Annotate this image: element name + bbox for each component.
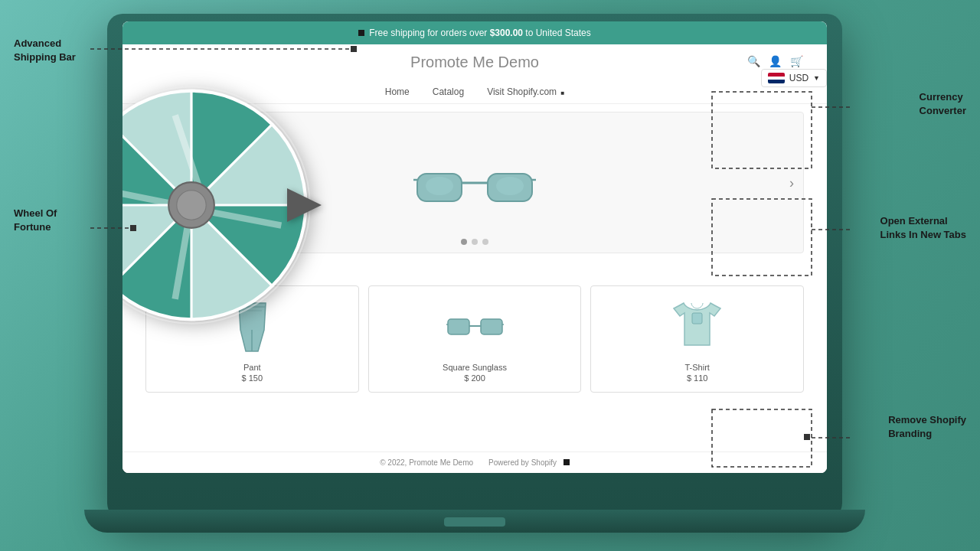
svg-point-5 <box>426 177 453 195</box>
carousel-dots <box>461 239 488 245</box>
wheel-of-fortune[interactable] <box>122 83 314 328</box>
footer-powered: Powered by Shopify <box>488 458 570 467</box>
hero-sunglasses <box>413 152 536 214</box>
store-footer: © 2022, Promote Me Demo Powered by Shopi… <box>122 452 827 473</box>
nav-catalog[interactable]: Catalog <box>433 86 464 97</box>
svg-rect-10 <box>481 319 502 334</box>
annotation-remove-branding: Remove Shopify Branding <box>888 413 966 441</box>
tshirt-name: T-Shirt <box>684 363 709 372</box>
shipping-amount: $300.00 <box>490 28 523 38</box>
annotation-shipping-bar: Advanced Shipping Bar <box>14 37 76 64</box>
laptop-bottom <box>84 510 865 533</box>
sunglass-name: Square Sunglass <box>443 363 507 372</box>
sunglass-image <box>444 295 505 357</box>
annotation-external: Open External Links In New Tabs <box>880 214 966 242</box>
shipping-suffix: to United States <box>523 28 591 38</box>
shipping-prefix: Free shipping for orders over <box>369 28 489 38</box>
shipping-bar: Free shipping for orders over $300.00 to… <box>122 21 827 44</box>
nav-visit-shopify[interactable]: Visit Shopify.com ■ <box>487 86 564 97</box>
cart-icon[interactable]: 🛒 <box>789 54 804 69</box>
svg-rect-14 <box>692 313 702 324</box>
currency-selector[interactable]: USD ▼ <box>761 69 827 87</box>
tshirt-image <box>667 295 728 357</box>
shipping-bar-text: Free shipping for orders over $300.00 to… <box>369 28 591 38</box>
annotation-wheel: Wheel Of Fortune <box>14 207 57 234</box>
product-card-sunglass[interactable]: Square Sunglass $ 200 <box>368 285 582 393</box>
annotation-currency: Currency Converter <box>920 90 966 118</box>
sunglass-price: $ 200 <box>464 373 485 383</box>
nav-home[interactable]: Home <box>385 86 410 97</box>
laptop-screen: Free shipping for orders over $300.00 to… <box>122 21 827 473</box>
search-icon[interactable]: 🔍 <box>746 54 761 69</box>
pant-name: Pant <box>243 363 261 372</box>
laptop-body: Free shipping for orders over $300.00 to… <box>107 14 842 519</box>
footer-dot <box>564 459 570 465</box>
wheel-arrow <box>287 188 322 222</box>
shipping-bar-dot <box>358 30 364 36</box>
account-icon[interactable]: 👤 <box>767 54 782 69</box>
external-link-indicator: ■ <box>560 90 564 96</box>
trackpad[interactable] <box>444 517 505 527</box>
dot-3[interactable] <box>482 239 488 245</box>
currency-code: USD <box>789 73 808 83</box>
svg-rect-9 <box>448 319 469 334</box>
store-title: Promote Me Demo <box>410 54 539 71</box>
dot-2[interactable] <box>472 239 478 245</box>
svg-point-6 <box>496 177 524 195</box>
carousel-next[interactable]: › <box>789 174 794 191</box>
currency-dropdown-icon: ▼ <box>813 74 820 82</box>
footer-copyright: © 2022, Promote Me Demo <box>380 458 473 467</box>
product-card-tshirt[interactable]: T-Shirt $ 110 <box>590 285 804 393</box>
pant-price: $ 150 <box>242 373 263 383</box>
screen-bezel: Free shipping for orders over $300.00 to… <box>122 21 827 473</box>
dot-1[interactable] <box>461 239 467 245</box>
svg-point-30 <box>177 191 206 220</box>
tshirt-price: $ 110 <box>687 373 708 383</box>
flag-icon <box>768 73 785 83</box>
